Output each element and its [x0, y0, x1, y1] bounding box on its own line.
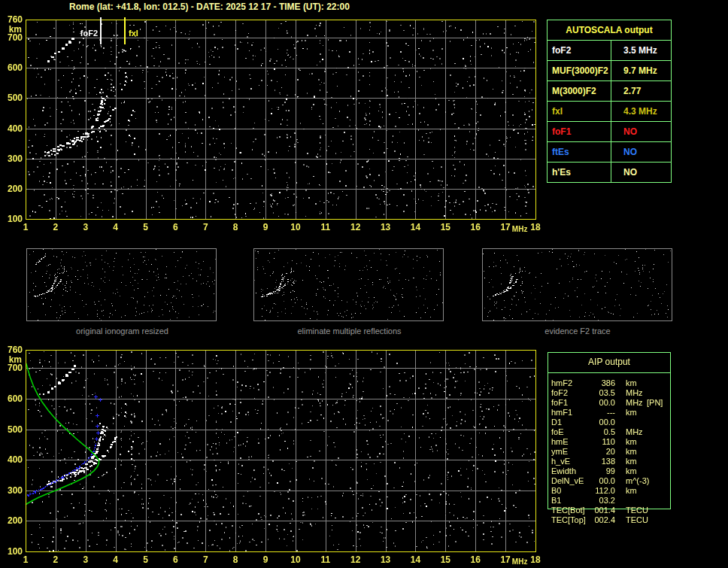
table-row: foF1 NO: [548, 122, 671, 142]
table-row: M(3000)F2 2.77: [548, 81, 671, 102]
thumbnail-original-canvas: [27, 249, 216, 320]
table-row: Ewidth99km: [548, 466, 671, 476]
autoscala-table-header: AUTOSCALA output: [548, 20, 671, 41]
thumbnail-caption: evidence F2 trace: [482, 327, 673, 336]
table-row: h'Es NO: [548, 163, 671, 182]
table-row: TEC[Top]002.4TECU: [548, 515, 671, 525]
thumbnail-evidence-canvas: [483, 249, 672, 320]
ionogram-top-chart: [0, 14, 549, 238]
table-row: foF100.0MHz[PN]: [548, 398, 671, 408]
table-row: B103.2: [548, 496, 671, 506]
thumbnail-evidence-f2: [482, 248, 672, 321]
table-row: D100.0: [548, 418, 671, 427]
table-row: foF2 3.5 MHz: [548, 41, 671, 61]
table-row: hmE110km: [548, 437, 671, 447]
table-row: fxI 4.3 MHz: [548, 102, 671, 122]
table-row: DelN_vE00.0m^(-3): [548, 476, 671, 486]
table-row: foF203.5MHz: [548, 388, 671, 398]
table-row: TEC[Bot]001.4TECU: [548, 506, 671, 515]
aip-table-header: AIP output: [548, 352, 671, 372]
table-row: hmF2386km: [548, 378, 671, 388]
table-row: B0112.0km: [548, 486, 671, 496]
aip-output-table: AIP output hmF2386km foF203.5MHz foF100.…: [548, 352, 671, 525]
page-title: Rome (lat: +41.8, lon: 012.5) - DATE: 20…: [69, 2, 350, 12]
table-row: hmF1---km: [548, 408, 671, 418]
table-row: ftEs NO: [548, 142, 671, 163]
thumbnail-eliminate-reflections: [253, 248, 444, 321]
thumbnail-original-ionogram: [26, 248, 217, 321]
autoscala-output-table: AUTOSCALA output foF2 3.5 MHz MUF(3000)F…: [547, 20, 672, 183]
thumbnail-eliminate-canvas: [254, 249, 443, 320]
autoscala-window: Rome (lat: +41.8, lon: 012.5) - DATE: 20…: [0, 0, 728, 568]
table-row: h_vE138km: [548, 457, 671, 466]
table-row: ymE20km: [548, 447, 671, 457]
ionogram-bottom-chart: [0, 345, 549, 568]
table-row: MUF(3000)F2 9.7 MHz: [548, 61, 671, 81]
thumbnail-caption: original ionogram resized: [26, 327, 218, 336]
aip-rows: hmF2386km foF203.5MHz foF100.0MHz[PN] hm…: [548, 372, 671, 525]
thumbnail-caption: eliminate multiple reflections: [253, 327, 445, 336]
table-row: foE0.5MHz: [548, 427, 671, 437]
